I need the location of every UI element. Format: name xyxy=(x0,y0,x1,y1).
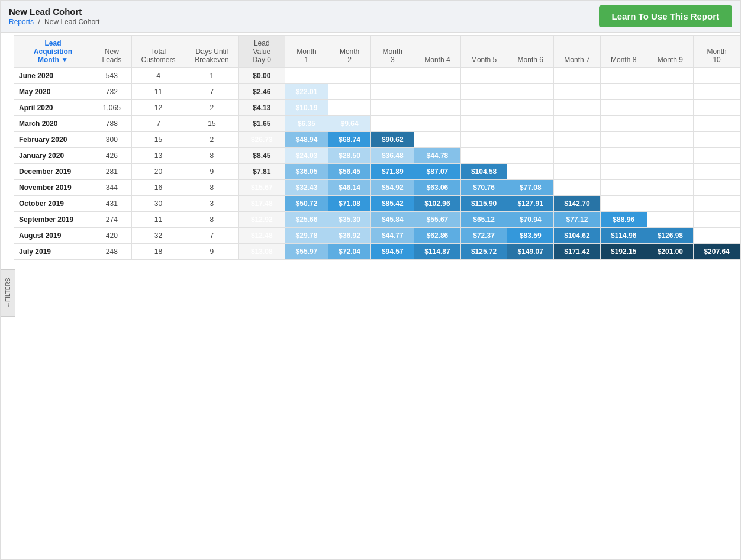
cohort-cell[interactable]: $77.08 xyxy=(507,180,554,196)
col-lead-acq[interactable]: LeadAcquisitionMonth ▼ xyxy=(14,36,92,68)
cohort-cell[interactable] xyxy=(600,132,647,148)
cohort-cell[interactable] xyxy=(507,164,554,180)
cohort-cell[interactable] xyxy=(694,68,740,84)
cohort-cell[interactable] xyxy=(694,228,740,244)
cohort-cell[interactable]: $68.74 xyxy=(328,132,371,148)
cohort-cell[interactable] xyxy=(460,116,507,132)
cohort-cell[interactable] xyxy=(507,148,554,164)
cohort-cell[interactable]: $127.91 xyxy=(507,196,554,212)
filters-tab[interactable]: ← FILTERS xyxy=(1,269,15,317)
col-total-customers[interactable]: TotalCustomers xyxy=(131,36,185,68)
cohort-cell[interactable]: $104.58 xyxy=(460,164,507,180)
col-m5[interactable]: Month 5 xyxy=(460,36,507,68)
cohort-cell[interactable]: $115.90 xyxy=(460,196,507,212)
cohort-cell[interactable] xyxy=(554,116,601,132)
cohort-cell[interactable]: $62.86 xyxy=(414,228,461,244)
breadcrumb-parent[interactable]: Reports xyxy=(9,18,34,26)
cohort-cell[interactable] xyxy=(328,84,371,100)
cohort-cell[interactable] xyxy=(647,196,694,212)
cohort-cell[interactable] xyxy=(600,116,647,132)
cohort-cell[interactable]: $70.76 xyxy=(460,180,507,196)
cohort-cell[interactable]: $87.07 xyxy=(414,164,461,180)
cohort-cell[interactable] xyxy=(647,180,694,196)
col-m3[interactable]: Month3 xyxy=(371,36,414,68)
cohort-cell[interactable]: $125.72 xyxy=(460,244,507,260)
cohort-cell[interactable]: $36.92 xyxy=(328,228,371,244)
cohort-cell[interactable]: $70.94 xyxy=(507,212,554,228)
cohort-cell[interactable] xyxy=(328,100,371,116)
cohort-cell[interactable]: $149.07 xyxy=(507,244,554,260)
cohort-cell[interactable] xyxy=(414,68,461,84)
cohort-cell[interactable]: $114.96 xyxy=(600,228,647,244)
col-m10[interactable]: Month10 xyxy=(694,36,740,68)
col-m2[interactable]: Month2 xyxy=(328,36,371,68)
cohort-cell[interactable] xyxy=(371,116,414,132)
col-m6[interactable]: Month 6 xyxy=(507,36,554,68)
cohort-cell[interactable] xyxy=(694,148,740,164)
cohort-cell[interactable] xyxy=(694,132,740,148)
cohort-cell[interactable]: $55.97 xyxy=(285,244,328,260)
cohort-cell[interactable] xyxy=(507,68,554,84)
cohort-cell[interactable] xyxy=(554,68,601,84)
cohort-cell[interactable]: $6.35 xyxy=(285,116,328,132)
cohort-cell[interactable] xyxy=(600,84,647,100)
cohort-cell[interactable] xyxy=(647,84,694,100)
cohort-cell[interactable] xyxy=(460,132,507,148)
cohort-cell[interactable] xyxy=(460,148,507,164)
cohort-cell[interactable]: $192.15 xyxy=(600,244,647,260)
cohort-cell[interactable]: $102.96 xyxy=(414,196,461,212)
cohort-cell[interactable] xyxy=(460,84,507,100)
cohort-cell[interactable] xyxy=(507,132,554,148)
cohort-cell[interactable] xyxy=(694,164,740,180)
cohort-cell[interactable]: $29.78 xyxy=(285,228,328,244)
cohort-cell[interactable] xyxy=(507,84,554,100)
cohort-cell[interactable] xyxy=(600,68,647,84)
cohort-cell[interactable] xyxy=(694,196,740,212)
cohort-cell[interactable] xyxy=(285,68,328,84)
cohort-cell[interactable]: $56.45 xyxy=(328,164,371,180)
cohort-cell[interactable]: $48.94 xyxy=(285,132,328,148)
cohort-cell[interactable] xyxy=(694,116,740,132)
cohort-cell[interactable] xyxy=(328,68,371,84)
cohort-cell[interactable] xyxy=(371,100,414,116)
cohort-cell[interactable]: $126.98 xyxy=(647,228,694,244)
cohort-cell[interactable] xyxy=(694,84,740,100)
cohort-cell[interactable]: $45.84 xyxy=(371,212,414,228)
col-m4[interactable]: Month 4 xyxy=(414,36,461,68)
cohort-cell[interactable] xyxy=(647,68,694,84)
cohort-cell[interactable]: $114.87 xyxy=(414,244,461,260)
cohort-cell[interactable]: $22.01 xyxy=(285,84,328,100)
cohort-cell[interactable] xyxy=(554,164,601,180)
cohort-cell[interactable]: $142.70 xyxy=(554,196,601,212)
cohort-cell[interactable] xyxy=(554,132,601,148)
cohort-cell[interactable]: $77.12 xyxy=(554,212,601,228)
cohort-cell[interactable]: $65.12 xyxy=(460,212,507,228)
cohort-cell[interactable]: $83.59 xyxy=(507,228,554,244)
cohort-cell[interactable] xyxy=(647,132,694,148)
cohort-cell[interactable] xyxy=(694,180,740,196)
cohort-cell[interactable] xyxy=(600,100,647,116)
cohort-cell[interactable]: $25.66 xyxy=(285,212,328,228)
cohort-cell[interactable] xyxy=(554,100,601,116)
cohort-cell[interactable]: $55.67 xyxy=(414,212,461,228)
cohort-cell[interactable]: $44.78 xyxy=(414,148,461,164)
cohort-cell[interactable]: $50.72 xyxy=(285,196,328,212)
col-days-until[interactable]: Days UntilBreakeven xyxy=(185,36,239,68)
cohort-cell[interactable]: $201.00 xyxy=(647,244,694,260)
cohort-cell[interactable] xyxy=(414,116,461,132)
cohort-cell[interactable] xyxy=(414,132,461,148)
cohort-cell[interactable] xyxy=(507,116,554,132)
cohort-cell[interactable] xyxy=(507,100,554,116)
cohort-cell[interactable] xyxy=(647,164,694,180)
cohort-cell[interactable] xyxy=(647,116,694,132)
col-m1[interactable]: Month1 xyxy=(285,36,328,68)
cohort-cell[interactable] xyxy=(414,84,461,100)
cohort-cell[interactable]: $71.89 xyxy=(371,164,414,180)
cohort-cell[interactable]: $35.30 xyxy=(328,212,371,228)
cohort-cell[interactable] xyxy=(600,164,647,180)
cohort-cell[interactable]: $32.43 xyxy=(285,180,328,196)
cohort-cell[interactable]: $171.42 xyxy=(554,244,601,260)
cohort-cell[interactable] xyxy=(600,196,647,212)
col-m7[interactable]: Month 7 xyxy=(554,36,601,68)
cohort-cell[interactable] xyxy=(414,100,461,116)
